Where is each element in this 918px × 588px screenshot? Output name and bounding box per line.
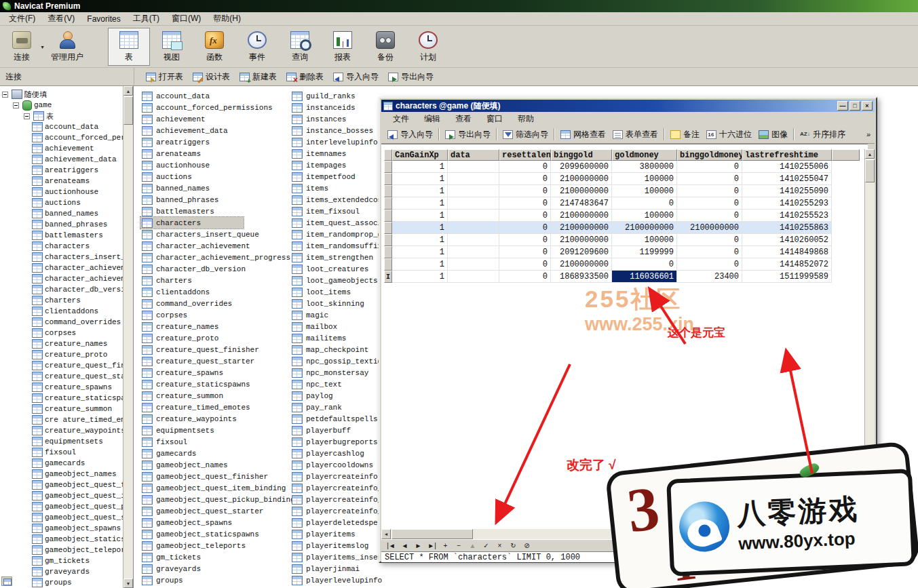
grid-cell[interactable]: 2100000000 xyxy=(551,234,612,246)
tree-table-item[interactable]: gameobject_teleports xyxy=(0,545,133,555)
grid-cell[interactable]: 1 xyxy=(392,197,448,210)
grid-cell[interactable]: 0 xyxy=(499,271,551,283)
tree-table-item[interactable]: creature_quest_finisher xyxy=(0,360,133,371)
scrollbar-thumb[interactable] xyxy=(123,96,133,125)
grid-cell[interactable]: 116036601 xyxy=(612,271,677,283)
tree-table-item[interactable]: gameobject_spawns xyxy=(0,523,133,534)
tree-table-item[interactable]: banned_names xyxy=(0,208,133,219)
image-button[interactable]: 图像 xyxy=(755,128,791,142)
tree-table-item[interactable]: creature_summon xyxy=(0,404,133,414)
grid-cell[interactable]: 0 xyxy=(677,161,742,173)
grid-cell[interactable]: 0 xyxy=(677,246,742,258)
grid-cell[interactable]: 0 xyxy=(677,173,742,185)
scrollbar-thumb[interactable] xyxy=(391,529,473,539)
grid-cell[interactable]: 1 xyxy=(392,271,448,283)
grid-cell[interactable]: 100000 xyxy=(612,185,677,197)
table-list-item[interactable]: playerjinmai xyxy=(290,563,521,574)
grid-cell[interactable]: 1 xyxy=(392,173,448,185)
grid-cell[interactable] xyxy=(448,258,499,271)
close-button[interactable]: × xyxy=(862,101,873,111)
form-view-button[interactable]: 表单查看 xyxy=(609,128,662,142)
post-edit-button[interactable]: ✓ xyxy=(480,541,493,551)
grid-cell[interactable]: 2100000000 xyxy=(677,222,742,234)
scroll-down-icon[interactable]: ▼ xyxy=(123,579,133,588)
grid-view-button[interactable]: 网格查看 xyxy=(557,128,609,142)
grid-cell[interactable]: 1 xyxy=(392,210,448,222)
grid-cell[interactable]: 0 xyxy=(612,197,677,210)
connection-dropdown-icon[interactable]: ▾ xyxy=(39,28,46,65)
grid-cell[interactable]: 1 xyxy=(392,161,448,173)
grid-cell[interactable]: 2100000000 xyxy=(551,173,612,185)
grid-cell[interactable]: 1410260052 xyxy=(742,234,832,246)
tree-table-item[interactable]: gameobject_quest_starter xyxy=(0,512,133,523)
grid-cell[interactable]: 1 xyxy=(392,234,448,246)
grid-cell[interactable]: 0 xyxy=(677,197,742,210)
manage-users-toolbar-button[interactable]: 管理用户 xyxy=(46,28,88,66)
collapse-toggle-icon[interactable] xyxy=(24,113,30,119)
sort-asc-button[interactable]: 升序排序 xyxy=(797,128,849,142)
tree-table-item[interactable]: gameobject_names xyxy=(0,469,133,479)
tree-table-item[interactable]: equipmentsets xyxy=(0,436,133,447)
grid-cell[interactable] xyxy=(448,234,499,246)
scroll-up-icon[interactable]: ▲ xyxy=(123,86,133,96)
column-header-binggoldmoney[interactable]: binggoldmoney xyxy=(677,149,742,161)
grid-cell[interactable]: 100000 xyxy=(612,210,677,222)
grid-cell[interactable]: 2100000000 xyxy=(551,210,612,222)
grid-cell[interactable]: 2100000000 xyxy=(551,258,612,271)
tree-table-item[interactable]: achievement_data xyxy=(0,154,133,165)
titlebar[interactable]: Navicat Premium xyxy=(0,0,918,12)
prev-record-button[interactable]: ◄ xyxy=(398,541,411,551)
first-record-button[interactable]: |◄ xyxy=(385,541,398,551)
grid-cell[interactable]: 1410255293 xyxy=(742,197,832,210)
maximize-button[interactable]: □ xyxy=(849,101,860,111)
last-record-button[interactable]: ►| xyxy=(425,541,438,551)
delete-table-button[interactable]: 删除表 xyxy=(282,69,328,85)
grid-cell[interactable]: 1414852072 xyxy=(742,258,832,271)
grid-cell[interactable]: 1410255006 xyxy=(742,161,832,173)
menu-item[interactable]: 窗口 xyxy=(479,112,510,126)
open-table-button[interactable]: 打开表 xyxy=(141,69,188,85)
grid-cell[interactable] xyxy=(448,246,499,258)
stop-button[interactable]: ⊘ xyxy=(520,541,533,551)
scroll-up-icon[interactable]: ▲ xyxy=(865,149,875,159)
tree-table-item[interactable]: account_data xyxy=(0,121,133,132)
grid-cell[interactable]: 1 xyxy=(392,222,448,234)
tree-item-tables-folder[interactable]: 表 xyxy=(0,111,133,121)
delete-record-button[interactable]: − xyxy=(453,541,465,551)
toolbar-overflow-chevron[interactable]: » xyxy=(866,130,872,138)
tree-table-item[interactable]: gameobject_quest_finisher xyxy=(0,479,133,490)
grid-cell[interactable]: 1410255523 xyxy=(742,210,832,222)
tree-table-item[interactable]: achievement xyxy=(0,143,133,154)
minimize-button[interactable]: — xyxy=(837,101,848,111)
scrollbar-thumb[interactable] xyxy=(865,159,875,182)
tree-table-item[interactable]: creature_staticspawns xyxy=(0,393,133,404)
tables-toolbar-button[interactable]: 表 xyxy=(108,28,150,66)
grid-cell[interactable] xyxy=(448,197,499,210)
grid-cell[interactable]: 0 xyxy=(499,210,551,222)
grid-cell[interactable]: 0 xyxy=(499,234,551,246)
column-header-CanGainXp[interactable]: CanGainXp xyxy=(392,149,448,161)
row-indicator[interactable] xyxy=(384,197,392,210)
tree-table-item[interactable]: character_achievement xyxy=(0,262,133,273)
tree-table-item[interactable]: creature_waypoints xyxy=(0,425,133,436)
column-header-resettalents[interactable]: resettalents xyxy=(499,149,551,161)
menu-item[interactable]: 帮助 xyxy=(510,112,541,126)
tree-table-item[interactable]: character_achievement_progress xyxy=(0,273,133,284)
tree-table-item[interactable]: gm_tickets xyxy=(0,555,133,566)
tree-table-item[interactable]: auctions xyxy=(0,197,133,208)
grid-cell[interactable]: 2147483647 xyxy=(551,197,612,210)
grid-cell[interactable]: 1 xyxy=(392,246,448,258)
row-indicator[interactable] xyxy=(384,173,392,185)
tree-table-item[interactable]: areatriggers xyxy=(0,165,133,176)
grid-cell[interactable]: 0 xyxy=(499,173,551,185)
schedule-toolbar-button[interactable]: 计划 xyxy=(407,28,449,66)
export-wizard-button[interactable]: 导出向导 xyxy=(442,128,494,142)
tree-table-item[interactable]: corpses xyxy=(0,328,133,338)
tree-table-item[interactable]: battlemasters xyxy=(0,230,133,241)
grid-cell[interactable] xyxy=(448,185,499,197)
row-indicator[interactable] xyxy=(384,222,392,234)
tree-table-item[interactable]: gameobject_quest_item_binding xyxy=(0,490,133,501)
tree-table-item[interactable]: groups xyxy=(0,577,133,588)
row-indicator[interactable]: I xyxy=(384,271,392,283)
tree-table-item[interactable]: character_db_version xyxy=(0,284,133,295)
